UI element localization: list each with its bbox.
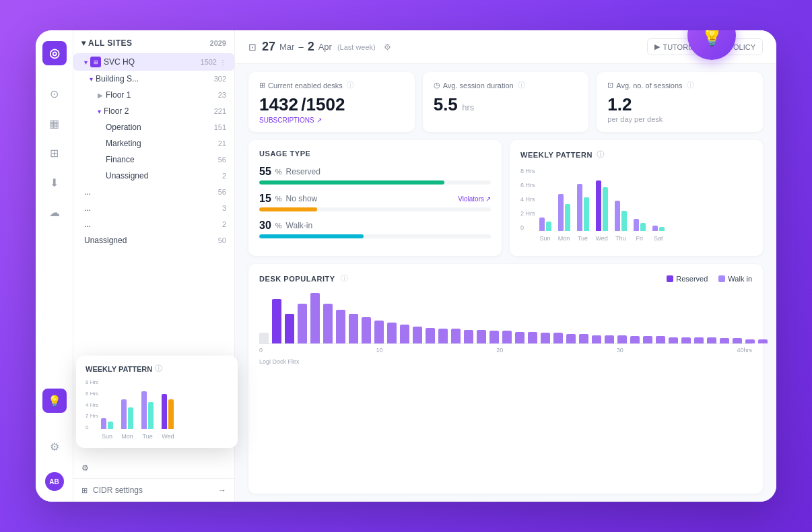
pop-bar-25 [579,334,588,343]
logo-icon[interactable]: ◎ [42,41,67,65]
nav-cloud[interactable]: ☁ [42,200,67,224]
tutorial-icon: ▶ [654,42,660,51]
start-month: Mar [279,42,294,52]
wed-bar2 [603,187,608,231]
pop-bar-7 [349,314,358,343]
tue-bar1 [577,184,582,231]
floor-2-count: 221 [214,107,226,115]
pop-bar-31 [656,336,665,343]
weekly-info-icon: ⓘ [597,149,605,160]
dept-fin-count: 56 [218,156,226,164]
site-svc-hq[interactable]: ▾ ⊞ SVC HQ 1502 ⋮ [73,53,234,71]
day-tue: Tue [577,170,589,242]
extra-unassigned[interactable]: Unassigned 50 [73,232,234,248]
date-settings-icon[interactable]: ⚙ [384,42,391,52]
pop-bar-14 [438,329,448,343]
extra-1-dots: ... [84,187,215,197]
day-fri: Fri [634,170,646,242]
collapse-icon: ▾ [81,38,86,48]
fw-wed-bar1 [162,394,167,429]
popularity-title: DESK POPULARITY [259,275,335,283]
extra-unassigned-name: Unassigned [84,236,215,245]
all-sites-header[interactable]: ▾ ALL SITES 2029 [73,30,234,53]
pop-bar-29 [630,336,640,343]
pop-bar-20 [515,332,525,343]
extra-row-3[interactable]: ... 2 [73,216,234,232]
pop-bar-38 [745,339,755,343]
cidr-settings[interactable]: ⊞ CIDR settings → [73,478,234,502]
fw-mon-bar2 [128,407,133,429]
day-mon: Mon [558,170,570,242]
mon-bar2 [565,204,570,231]
subscriptions-link[interactable]: SUBSCRIPTIONS ↗ [259,117,404,124]
reserved-bar [259,180,444,185]
pop-bar-3 [298,304,307,343]
settings-row[interactable]: ⚙ [73,458,234,478]
fw-tue: Tue [141,368,154,440]
settings-gear-icon: ⚙ [81,463,89,473]
nav-download[interactable]: ⬇ [42,170,67,195]
calendar-icon: ⊡ [607,81,613,90]
reserved-pct: 55 [259,166,271,178]
extra-row-2[interactable]: ... 3 [73,200,234,216]
sun-bar2 [546,222,551,231]
fw-chart: 8 Hrs 6 Hrs 4 Hrs 2 Hrs 0 Sun [86,379,228,440]
pop-bar-27 [605,335,614,344]
desk-value: 1432 [259,94,298,114]
building-s[interactable]: ▾ Building S... 302 [73,71,234,87]
first-bar-label: Logi Dock Flex [259,358,300,365]
y-label-6: 6 Hrs [520,182,535,189]
y-label-8: 8 Hrs [520,168,535,174]
pop-bar-32 [669,337,678,343]
avg-sessions-sub: per day per desk [607,115,752,123]
dept-mkt-count: 21 [218,139,226,147]
fw-y-2: 2 Hrs [86,413,98,419]
nav-settings[interactable]: ⚙ [42,434,67,459]
main-card: 💡 ◎ ⊙ ▦ ⊞ ⬇ ☁ 💡 ⚙ AB ▾ ALL SITES 2029 ▾ … [36,30,776,502]
desk-info-icon: ⓘ [347,80,354,90]
extra-row-1[interactable]: ... 56 [73,184,234,200]
user-avatar[interactable]: AB [45,472,64,491]
pop-bar-26 [592,335,601,344]
x-40: 40hrs [737,347,752,354]
site-icon: ⊞ [90,57,101,67]
fw-tue-bar2 [148,402,154,429]
floating-weekly-card: WEEKLY PATTERN ⓘ 8 Hrs 6 Hrs 4 Hrs 2 Hrs… [76,356,238,448]
fw-mon-bar1 [121,399,127,429]
dept-marketing[interactable]: Marketing 21 [73,135,234,152]
nav-insights[interactable]: 💡 [42,389,67,413]
extra-1-count: 56 [218,188,226,196]
mon-bar1 [558,194,564,231]
fw-mon: Mon [121,368,133,440]
floor-2[interactable]: ▾ Floor 2 221 [73,103,234,119]
dept-fin-name: Finance [106,155,215,164]
nav-home[interactable]: ⊙ [42,81,67,106]
fw-sun-bar1 [101,418,106,429]
dept-unassigned-name: Unassigned [106,171,219,180]
pop-bar-15 [451,329,461,343]
dept-operation[interactable]: Operation 151 [73,119,234,135]
extra-unassigned-count: 50 [218,236,226,244]
lightbulb-icon: 💡 [700,30,724,47]
day-wed: Wed [596,170,608,242]
sat-label: Sat [654,235,663,242]
pop-bar-18 [489,331,499,343]
dept-unassigned[interactable]: Unassigned 2 [73,168,234,184]
popularity-chart: Logi Dock Flex [259,290,752,344]
wed-bar1 [596,180,601,231]
violators-link[interactable]: Violators ↗ [458,195,491,203]
dept-finance[interactable]: Finance 56 [73,152,234,168]
more-icon[interactable]: ⋮ [219,59,226,66]
nav-grid[interactable]: ▦ [42,111,67,135]
pop-bar-5 [323,304,333,343]
floor-1[interactable]: ▶ Floor 1 23 [73,87,234,103]
y-label-4: 4 Hrs [520,196,535,203]
popularity-chart-container: Logi Dock Flex 0 10 20 30 40hrs [259,290,752,356]
fw-wed-label: Wed [162,433,174,440]
avg-sessions-value: 1.2 [607,94,632,114]
nav-monitor[interactable]: ⊞ [42,141,67,165]
x-30: 30 [617,347,623,354]
violators-icon: ↗ [485,195,491,203]
pop-bar-17 [477,330,486,343]
mon-label: Mon [558,235,570,242]
